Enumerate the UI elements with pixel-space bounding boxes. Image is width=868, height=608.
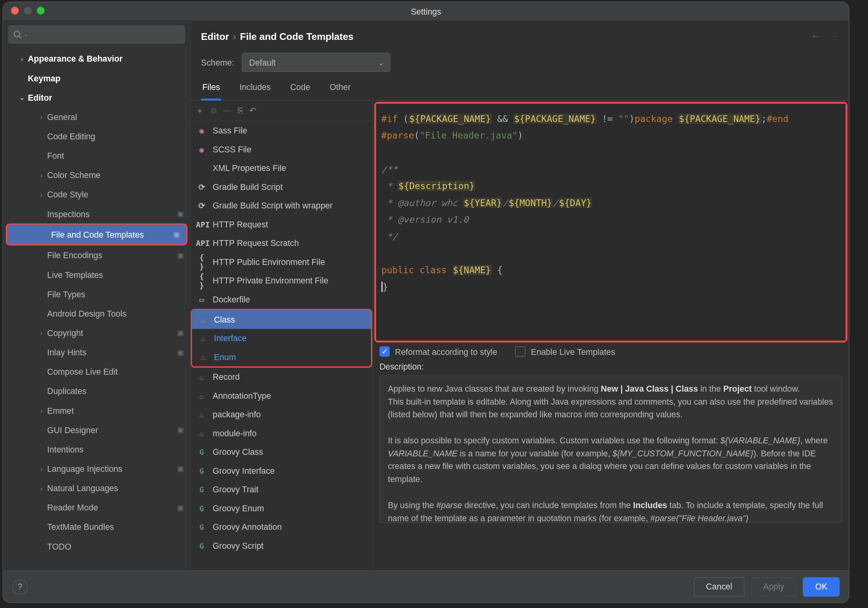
search-input[interactable]: - xyxy=(8,26,185,44)
settings-window: Settings - ›Appearance & BehaviorKeymap⌄… xyxy=(3,2,849,603)
green-icon xyxy=(196,504,207,513)
green-icon xyxy=(196,523,207,532)
undo-icon[interactable]: ↶ xyxy=(249,106,256,116)
template-module-info[interactable]: module-info xyxy=(191,424,372,443)
templates-list[interactable]: ◉Sass File◉SCSS FileXML Properties File⟳… xyxy=(191,121,372,570)
template-groovy-class[interactable]: Groovy Class xyxy=(191,443,372,462)
sidebar-item-file-and-code-templates[interactable]: File and Code Templates▣ xyxy=(7,225,186,244)
sidebar-item-file-types[interactable]: File Types xyxy=(3,284,190,304)
java-icon xyxy=(197,334,209,343)
template-editor-highlight: #if (${PACKAGE_NAME} && ${PACKAGE_NAME} … xyxy=(374,102,847,342)
nav-forward-icon[interactable]: → xyxy=(830,31,838,41)
template-gradle-build-script-with-wrapper[interactable]: ⟳Gradle Build Script with wrapper xyxy=(191,196,372,215)
java-icon xyxy=(196,373,207,382)
help-button[interactable]: ? xyxy=(12,579,28,594)
maximize-window-icon[interactable] xyxy=(37,7,45,15)
chevron-down-icon: ⌄ xyxy=(378,59,383,66)
green-icon xyxy=(196,448,207,457)
sidebar-item-font[interactable]: Font xyxy=(3,146,190,165)
svg-line-1 xyxy=(19,36,22,39)
sidebar-item-intentions[interactable]: Intentions xyxy=(3,439,190,459)
sidebar-item-code-style[interactable]: ›Code Style xyxy=(3,185,190,204)
tab-other[interactable]: Other xyxy=(328,77,352,100)
cancel-button[interactable]: Cancel xyxy=(694,577,745,596)
remove-template-icon[interactable]: — xyxy=(223,106,231,116)
sidebar-item-inspections[interactable]: Inspections▣ xyxy=(3,204,190,223)
template-groovy-trait[interactable]: Groovy Trait xyxy=(191,480,372,499)
settings-main: Editor›File and Code Templates ← → Schem… xyxy=(191,21,849,570)
scheme-label: Scheme: xyxy=(201,58,234,68)
sidebar-item-textmate-bundles[interactable]: TextMate Bundles xyxy=(3,517,190,537)
sidebar-item-todo[interactable]: TODO xyxy=(3,537,190,556)
sidebar-item-appearance-behavior[interactable]: ›Appearance & Behavior xyxy=(3,49,190,68)
template-groovy-interface[interactable]: Groovy Interface xyxy=(191,462,372,480)
sidebar-item-inlay-hints[interactable]: Inlay Hints▣ xyxy=(3,342,190,362)
template-class[interactable]: Class xyxy=(192,310,371,329)
java-icon xyxy=(196,429,207,438)
add-template-icon[interactable]: ＋ xyxy=(196,105,204,116)
template-http-private-environment-file[interactable]: { }HTTP Private Environment File xyxy=(191,271,372,290)
sidebar-item-copyright[interactable]: ›Copyright▣ xyxy=(3,323,190,342)
templates-toolbar: ＋ ⧉ — ⎘ ↶ xyxy=(191,101,372,121)
window-controls[interactable] xyxy=(11,7,45,15)
minimize-window-icon[interactable] xyxy=(24,7,32,15)
template-record[interactable]: Record xyxy=(191,368,372,387)
braces-icon: { } xyxy=(196,253,207,271)
sidebar-item-editor[interactable]: ⌄Editor xyxy=(3,88,190,107)
live-templates-checkbox[interactable]: Enable Live Templates xyxy=(515,346,615,357)
pink-icon: ◉ xyxy=(196,145,207,154)
green-icon xyxy=(196,541,207,550)
green-icon xyxy=(196,466,207,475)
sidebar-item-reader-mode[interactable]: Reader Mode▣ xyxy=(3,498,190,517)
template-enum[interactable]: Enum xyxy=(192,347,371,366)
sidebar-item-live-templates[interactable]: Live Templates xyxy=(3,265,190,284)
sidebar-item-language-injections[interactable]: ›Language Injections▣ xyxy=(3,459,190,478)
template-interface[interactable]: Interface xyxy=(192,329,371,348)
tab-includes[interactable]: Includes xyxy=(238,77,272,100)
search-icon xyxy=(13,30,22,39)
sidebar-item-file-encodings[interactable]: File Encodings▣ xyxy=(3,246,190,265)
template-groovy-enum[interactable]: Groovy Enum xyxy=(191,499,372,518)
reformat-checkbox[interactable]: ✓ Reformat according to style xyxy=(380,346,498,357)
ok-button[interactable]: OK xyxy=(803,577,840,596)
copy-template-icon[interactable]: ⧉ xyxy=(211,105,217,116)
tab-code[interactable]: Code xyxy=(289,77,311,100)
tabs: FilesIncludesCodeOther xyxy=(191,75,849,101)
close-window-icon[interactable] xyxy=(11,7,19,15)
sidebar-item-natural-languages[interactable]: ›Natural Languages xyxy=(3,478,190,497)
sidebar-item-general[interactable]: ›General xyxy=(3,107,190,126)
template-groovy-script[interactable]: Groovy Script xyxy=(191,537,372,555)
sidebar-item-color-scheme[interactable]: ›Color Scheme xyxy=(3,165,190,184)
nav-back-icon[interactable]: ← xyxy=(811,31,819,41)
template-sass-file[interactable]: ◉Sass File xyxy=(191,121,372,140)
templates-column: ＋ ⧉ — ⎘ ↶ ◉Sass File◉SCSS FileXML Proper… xyxy=(191,101,373,570)
sidebar-item-keymap[interactable]: Keymap xyxy=(3,68,190,88)
template-gradle-build-script[interactable]: ⟳Gradle Build Script xyxy=(191,178,372,197)
sidebar-item-android-design-tools[interactable]: Android Design Tools xyxy=(3,304,190,323)
sidebar-item-code-editing[interactable]: Code Editing xyxy=(3,126,190,146)
api-icon: API xyxy=(196,238,207,248)
scheme-dropdown[interactable]: Default ⌄ xyxy=(242,53,391,72)
sidebar-item-compose-live-edit[interactable]: Compose Live Edit xyxy=(3,362,190,381)
template-editor[interactable]: #if (${PACKAGE_NAME} && ${PACKAGE_NAME} … xyxy=(376,104,845,341)
breadcrumb: Editor›File and Code Templates xyxy=(201,30,354,41)
gradle-icon: ⟳ xyxy=(196,182,207,191)
copy2-icon[interactable]: ⎘ xyxy=(238,106,243,116)
template-groovy-annotation[interactable]: Groovy Annotation xyxy=(191,518,372,537)
template-http-public-environment-file[interactable]: { }HTTP Public Environment File xyxy=(191,253,372,272)
template-package-info[interactable]: package-info xyxy=(191,405,372,424)
template-xml-properties-file[interactable]: XML Properties File xyxy=(191,159,372,178)
template-dockerfile[interactable]: ▭Dockerfile xyxy=(191,290,372,309)
editor-column: #if (${PACKAGE_NAME} && ${PACKAGE_NAME} … xyxy=(373,101,849,570)
template-http-request-scratch[interactable]: APIHTTP Request Scratch xyxy=(191,234,372,253)
java-icon xyxy=(196,410,207,419)
sidebar-item-gui-designer[interactable]: GUI Designer▣ xyxy=(3,420,190,439)
template-scss-file[interactable]: ◉SCSS File xyxy=(191,140,372,159)
sidebar-item-duplicates[interactable]: Duplicates xyxy=(3,381,190,401)
template-http-request[interactable]: APIHTTP Request xyxy=(191,215,372,234)
apply-button[interactable]: Apply xyxy=(751,577,797,596)
tab-files[interactable]: Files xyxy=(201,77,222,101)
titlebar[interactable]: Settings xyxy=(3,2,849,21)
template-annotationtype[interactable]: AnnotationType xyxy=(191,387,372,405)
sidebar-item-emmet[interactable]: ›Emmet xyxy=(3,401,190,420)
